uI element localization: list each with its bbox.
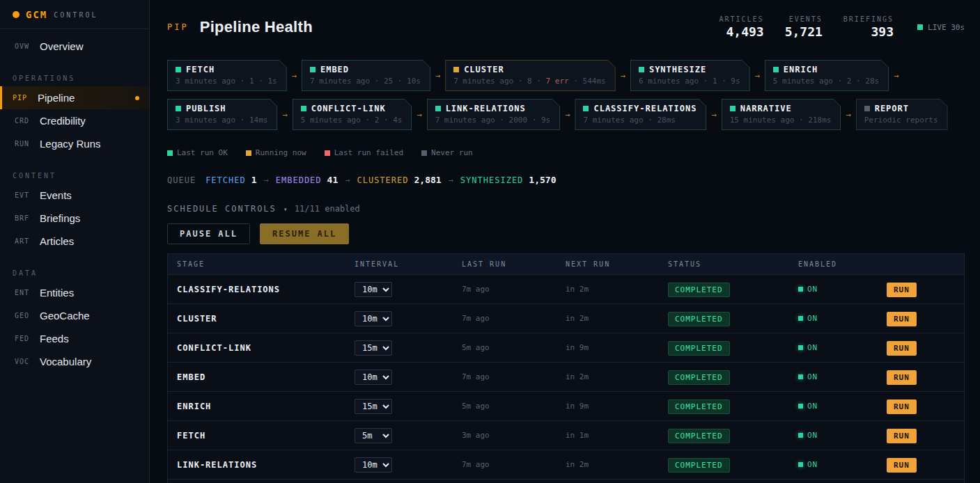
enabled-toggle[interactable]: ON: [798, 402, 887, 411]
queue-summary: QUEUE → FETCHED 1 → EMBEDDED 41 → CLUSTE…: [167, 175, 965, 185]
enabled-toggle[interactable]: ON: [798, 285, 887, 294]
active-dot-icon: [135, 96, 139, 100]
interval-select[interactable]: 15m: [355, 340, 392, 356]
sidebar-item-label: Legacy Runs: [40, 138, 101, 150]
pipeline-flow: → FETCH 3 minutes ago · 1 · 1s → EMBED: [167, 60, 965, 130]
brand-suffix: CONTROL: [54, 11, 98, 19]
queue-stage-value: 1,570: [529, 175, 556, 185]
stage-card[interactable]: CLUSTER 7 minutes ago · 8 · 7 err · 544m…: [445, 60, 616, 91]
stage-status-icon: [176, 106, 181, 111]
resume-all-button[interactable]: RESUME ALL: [260, 223, 349, 244]
enabled-label: ON: [807, 372, 818, 381]
stat-value: 4,493: [719, 24, 763, 39]
stage-card[interactable]: PUBLISH 3 minutes ago · 14ms: [167, 99, 277, 130]
row-stage-name: EMBED: [168, 372, 355, 382]
schedule-controls-header[interactable]: SCHEDULE CONTROLS ▾ 11/11 enabled: [167, 204, 965, 214]
run-button[interactable]: RUN: [887, 283, 917, 297]
enabled-toggle[interactable]: ON: [798, 460, 887, 469]
sidebar-item[interactable]: ENT Entities: [0, 281, 149, 304]
stage-card[interactable]: FETCH 3 minutes ago · 1 · 1s: [167, 60, 287, 91]
interval-select[interactable]: 10m: [355, 282, 392, 297]
sidebar-item[interactable]: PIP Pipeline: [0, 86, 149, 109]
sidebar-item-abbr: ART: [15, 237, 40, 245]
row-stage-name: CLASSIFY-RELATIONS: [168, 285, 355, 294]
run-button[interactable]: RUN: [887, 312, 917, 326]
sidebar-item[interactable]: RUN Legacy Runs: [0, 132, 149, 155]
enabled-toggle[interactable]: ON: [798, 372, 887, 381]
queue-stage-value: 1: [251, 175, 257, 185]
stage-error-count: 7 err: [546, 77, 569, 86]
enabled-dot-icon: [798, 374, 803, 379]
stat-value: 5,721: [785, 24, 823, 39]
stage-status-icon: [639, 67, 644, 72]
enabled-toggle[interactable]: ON: [798, 314, 887, 323]
enabled-dot-icon: [798, 404, 803, 409]
sidebar-item[interactable]: OVW Overview: [0, 35, 149, 58]
sidebar-item[interactable]: CRD Credibility: [0, 109, 149, 132]
sidebar-item[interactable]: VOC Vocabulary: [0, 350, 149, 373]
stage-status-icon: [176, 67, 181, 72]
run-button[interactable]: RUN: [887, 399, 917, 414]
stage-card[interactable]: LINK-RELATIONS 7 minutes ago · 2000 · 9s: [427, 99, 561, 130]
stage-title: LINK-RELATIONS: [446, 104, 526, 113]
interval-select[interactable]: 10m: [355, 370, 392, 385]
stage-title: PUBLISH: [186, 104, 226, 113]
run-button[interactable]: RUN: [887, 429, 917, 443]
sidebar-item[interactable]: BRF Briefings: [0, 207, 149, 230]
row-next-run: in 2m: [566, 372, 668, 381]
enabled-toggle[interactable]: ON: [798, 343, 887, 352]
legend-swatch-icon: [167, 150, 173, 156]
status-badge: COMPLETED: [668, 312, 730, 326]
run-button[interactable]: RUN: [887, 458, 917, 473]
stage-card[interactable]: SYNTHESIZE 6 minutes ago · 1 · 9s: [630, 60, 750, 91]
sidebar-section-content: CONTENT: [0, 165, 149, 184]
table-body: CLASSIFY-RELATIONS 10m 7m ago in 2m COMP…: [168, 274, 964, 483]
stage-card[interactable]: REPORT Periodic reports: [856, 99, 948, 130]
stage-card[interactable]: NARRATIVE 15 minutes ago · 218ms: [722, 99, 841, 130]
stage-title: SYNTHESIZE: [649, 65, 706, 74]
interval-select[interactable]: 5m: [355, 428, 392, 443]
enabled-dot-icon: [798, 287, 803, 292]
stage-card[interactable]: CLASSIFY-RELATIONS 7 minutes ago · 28ms: [575, 99, 706, 130]
sidebar-nav-main: OVW Overview: [0, 35, 149, 58]
stage-status-icon: [453, 67, 459, 72]
enabled-label: ON: [807, 460, 818, 469]
interval-select[interactable]: 10m: [355, 311, 392, 326]
queue-stage-value: 41: [327, 175, 339, 185]
flow-arrow-icon: →: [565, 110, 570, 120]
stage-card-body: CONFLICT-LINK 5 minutes ago · 2 · 4s: [293, 100, 412, 129]
interval-select[interactable]: 10m: [355, 457, 392, 473]
enabled-toggle[interactable]: ON: [798, 431, 887, 440]
stage-status-icon: [310, 67, 316, 72]
stage-subtext: Periodic reports: [864, 116, 938, 125]
stage-subtext: 7 minutes ago · 28ms: [583, 116, 697, 125]
stage-subtext: 7 minutes ago · 25 · 10s: [310, 77, 421, 86]
flow-arrow-icon: →: [417, 110, 421, 120]
legend-label: Last run failed: [334, 148, 403, 157]
sidebar: GCM CONTROL OVW Overview OPERATIONS PIP …: [0, 0, 150, 483]
stage-card[interactable]: ENRICH 5 minutes ago · 2 · 28s: [765, 60, 889, 91]
interval-select[interactable]: 15m: [355, 399, 392, 414]
pause-all-button[interactable]: PAUSE ALL: [167, 223, 250, 244]
sidebar-nav-data: ENT Entities GEO GeoCache FED Feeds VOC …: [0, 281, 149, 373]
sidebar-item[interactable]: GEO GeoCache: [0, 304, 149, 327]
queue-segments: → FETCHED 1 → EMBEDDED 41 → CLUSTERED 2,…: [205, 175, 556, 185]
table-row: CONFLICT-LINK 15m 5m ago in 9m COMPLETED…: [168, 333, 964, 362]
sidebar-item[interactable]: FED Feeds: [0, 327, 149, 350]
sidebar-item[interactable]: EVT Events: [0, 184, 149, 207]
row-next-run: in 2m: [566, 314, 668, 323]
sidebar-item[interactable]: ART Articles: [0, 230, 149, 253]
run-button[interactable]: RUN: [887, 341, 917, 356]
main-content: PIP Pipeline Health ARTICLES 4,493 EVENT…: [150, 0, 980, 483]
stat-block: EVENTS 5,721: [785, 15, 823, 39]
stage-card[interactable]: CONFLICT-LINK 5 minutes ago · 2 · 4s: [293, 99, 412, 130]
stage-card[interactable]: EMBED 7 minutes ago · 25 · 10s: [302, 60, 430, 91]
stage-card-body: NARRATIVE 15 minutes ago · 218ms: [722, 100, 841, 129]
legend-swatch-icon: [246, 150, 251, 156]
run-button[interactable]: RUN: [887, 370, 917, 385]
row-next-run: in 1m: [566, 431, 668, 440]
enabled-dot-icon: [798, 316, 803, 321]
table-header: STAGE INTERVAL LAST RUN NEXT RUN STATUS …: [168, 254, 964, 274]
row-last-run: 7m ago: [462, 372, 566, 381]
queue-arrow-icon: →: [345, 175, 350, 185]
